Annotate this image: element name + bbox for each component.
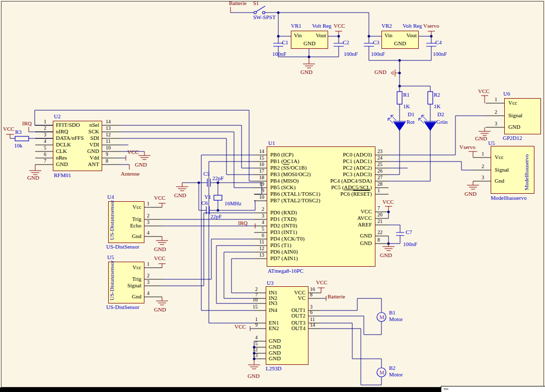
u1-pin-number: 28 xyxy=(377,182,382,187)
switch-contact-icon xyxy=(254,12,257,14)
vr1-pin-gnd: GND xyxy=(291,41,328,46)
net-label-gnd: GND xyxy=(135,162,147,168)
servo-pin-label: Gnd xyxy=(495,178,504,184)
u5s-pin-label: Gnd xyxy=(113,294,141,299)
u1-pin-number: 25 xyxy=(377,162,382,167)
u1-pin-label: AVCC xyxy=(302,215,372,221)
u1-pin-label: PC4 (ADC4/SDA) xyxy=(302,178,372,184)
b1-value: Motor xyxy=(389,317,403,322)
u2-pin-label: GND xyxy=(56,162,68,167)
net-label-vcc: VCC xyxy=(478,89,490,94)
u1-pin-number: 7 xyxy=(377,206,380,211)
u1-pin-number: 11 xyxy=(250,240,264,245)
net-label-vcc: VCC xyxy=(154,256,166,261)
title-block-label: Titl xyxy=(443,387,448,391)
u2-pin-label: GND xyxy=(70,148,99,154)
u1-pin-label: GND xyxy=(302,233,372,239)
u1-pin-label: PD6 (AIN0) xyxy=(270,249,298,255)
u6-pin-number: 1 xyxy=(483,97,497,102)
u5s-pin-label: Signal xyxy=(113,283,141,288)
u1-pin-label: PB0 (ICP) xyxy=(270,152,293,158)
u3-value: L293D xyxy=(266,366,281,371)
u3-pin-label: IN3 xyxy=(269,300,277,306)
d2-value: Grün xyxy=(436,119,448,125)
net-label-batterie: Batterie xyxy=(328,294,345,299)
led-triangle xyxy=(394,122,405,130)
u1-pin-number: 22 xyxy=(377,230,382,235)
u1-pin-label: VCC xyxy=(302,209,372,214)
u2-pin-number: 9 xyxy=(106,152,108,157)
u2-pin-number: 12 xyxy=(106,132,111,137)
u3-pin-number: 4 xyxy=(245,335,258,340)
c4-value: 100nF xyxy=(433,51,447,57)
u2-pin-label: nIRQ xyxy=(56,129,68,134)
net-label-gnd: GND xyxy=(380,253,392,258)
net-label-vcc: VCC xyxy=(127,149,139,155)
u5s-pin-number: 2 xyxy=(147,273,149,278)
u4-pin-number: 2 xyxy=(147,213,149,218)
u2-ref: U2 xyxy=(54,114,60,119)
u5s-pin-number: 4 xyxy=(147,291,149,296)
u1-pin-label: PD1 (TXD) xyxy=(270,216,296,222)
u1-pin-label: PC1 (ADC1) xyxy=(302,159,372,164)
u1-pin-label: AREF xyxy=(302,222,372,227)
u3-pin-number: 3 xyxy=(310,304,313,309)
u4-pin-number: 1 xyxy=(147,201,149,206)
u1-pin-label: PD4 (XCK/T0) xyxy=(270,236,304,242)
u1-pin-label: PD0 (RXD) xyxy=(270,210,297,215)
u1-pin-number: 13 xyxy=(250,253,264,258)
u1-pin-label: PC3 (ADC3) xyxy=(302,172,372,177)
net-label-gnd: GND xyxy=(464,191,477,197)
u1-pin-number: 21 xyxy=(377,219,382,224)
u1-pin-number: 19 xyxy=(250,182,264,187)
u2-pin-label: ANT xyxy=(70,162,99,167)
u1-pin-label: PD5 (T1) xyxy=(270,243,291,248)
u1-pin-number: 14 xyxy=(250,149,264,154)
c1-value: 100nF xyxy=(272,51,286,57)
net-label-gnd: GND xyxy=(248,373,260,379)
u2-pin-label: SDI xyxy=(70,135,99,141)
u3-pin-number: 8 xyxy=(310,292,313,297)
u1-pin-number: 9 xyxy=(250,188,264,193)
u4-pin-label: Trig xyxy=(113,216,141,222)
u4-pin-label: Echo xyxy=(113,223,141,228)
servo-pin-number: 2 xyxy=(470,164,484,169)
u1-pin-label: PB4 (MISO) xyxy=(270,178,299,184)
u3-pin-number: 11 xyxy=(310,317,315,322)
u2-pin-number: 13 xyxy=(106,126,111,131)
u3-pin-label: GND xyxy=(269,338,281,344)
motor-symbol: M xyxy=(379,315,384,320)
u2-pin-number: 4 xyxy=(35,139,46,144)
c2-value: 100nF xyxy=(344,51,358,57)
u1-pin-number: 18 xyxy=(250,175,264,180)
u1-pin-label: PB2 (SS/OC1B) xyxy=(270,165,306,171)
vr1-label: Volt Reg xyxy=(312,23,332,29)
u3-pin-label: OUT4 xyxy=(275,326,305,331)
u1-pin-number: 1 xyxy=(377,188,380,193)
motor-symbol: M xyxy=(379,370,384,375)
u2-pin-label: DCLK xyxy=(56,142,71,147)
net-label-vservo: Vservo xyxy=(459,144,476,150)
u5s-pin-label: Vcc xyxy=(113,265,141,270)
net-label-vcc: VCC xyxy=(382,199,394,205)
u2-pin-number: 8 xyxy=(106,159,108,164)
u5s-value: US-DistSensor xyxy=(106,304,139,310)
switch-value: SW-SPST xyxy=(253,15,276,20)
resistor-body xyxy=(397,92,402,104)
net-label-gnd: GND xyxy=(174,193,186,198)
servo-ref: U5 xyxy=(488,140,495,146)
c3-value: 100nF xyxy=(371,51,385,57)
u6-ref: U6 xyxy=(503,91,510,97)
b2-ref: B2 xyxy=(389,365,396,371)
u6-value: GP2D12 xyxy=(503,135,522,141)
u1-pin-label: GND xyxy=(302,241,372,246)
resistor-body xyxy=(15,136,29,141)
servo-pin-label: Vcc xyxy=(495,154,504,160)
u1-pin-label: PB5 (SCK) xyxy=(270,185,295,190)
u2-pin-number: 2 xyxy=(35,126,46,131)
r1-ref: R1 xyxy=(403,92,410,98)
u4-pin-label: Vcc xyxy=(113,204,141,210)
u1-pin-number: 23 xyxy=(377,149,382,154)
r2-ref: R2 xyxy=(434,92,440,98)
u1-pin-number: 16 xyxy=(250,162,264,167)
